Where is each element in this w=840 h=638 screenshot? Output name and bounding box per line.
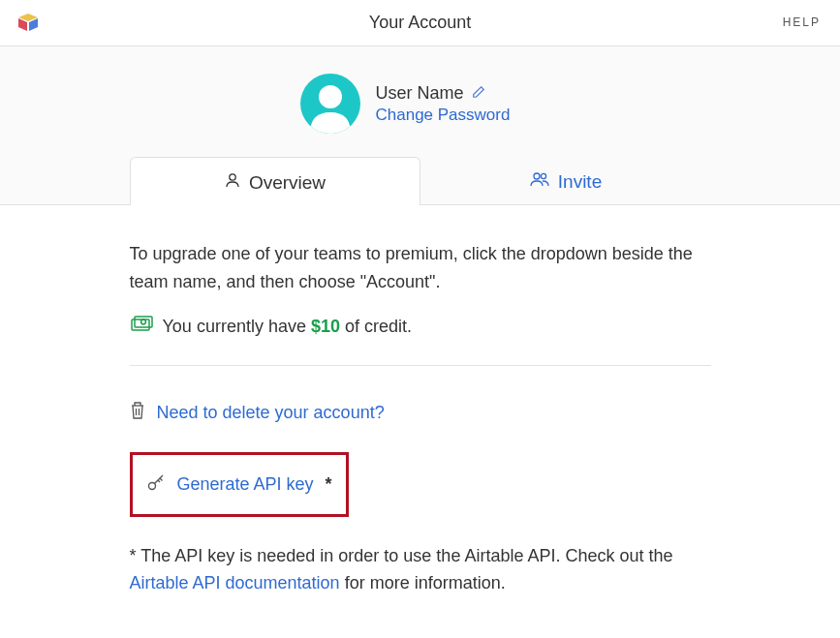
credit-row: You currently have $10 of credit. bbox=[130, 316, 711, 338]
svg-point-10 bbox=[148, 482, 155, 489]
asterisk: * bbox=[326, 474, 332, 495]
api-docs-link[interactable]: Airtable API documentation bbox=[130, 573, 340, 592]
key-icon bbox=[146, 472, 166, 497]
svg-point-3 bbox=[319, 85, 342, 108]
tab-overview[interactable]: Overview bbox=[130, 157, 420, 205]
page-title: Your Account bbox=[0, 13, 840, 33]
tabs: Overview Invite bbox=[0, 157, 840, 204]
api-footnote: * The API key is needed in order to use … bbox=[130, 542, 711, 598]
generate-api-key-link[interactable]: Generate API key bbox=[177, 474, 314, 495]
content: To upgrade one of your teams to premium,… bbox=[126, 240, 715, 597]
svg-point-6 bbox=[541, 173, 545, 178]
upgrade-text: To upgrade one of your teams to premium,… bbox=[130, 240, 711, 296]
change-password-link[interactable]: Change Password bbox=[376, 106, 541, 125]
svg-point-9 bbox=[140, 319, 145, 324]
credit-text: You currently have $10 of credit. bbox=[163, 317, 413, 337]
app-logo[interactable] bbox=[16, 12, 41, 38]
svg-point-4 bbox=[230, 174, 235, 180]
delete-account-link[interactable]: Need to delete your account? bbox=[157, 403, 385, 423]
divider bbox=[130, 365, 711, 366]
credit-amount: $10 bbox=[311, 317, 340, 336]
delete-account-row: Need to delete your account? bbox=[130, 401, 711, 425]
profile-section: User Name Change Password Overview bbox=[0, 46, 840, 205]
trash-icon bbox=[130, 401, 145, 425]
avatar bbox=[300, 74, 360, 134]
header: Your Account HELP bbox=[0, 0, 840, 46]
user-name-row: User Name bbox=[376, 83, 541, 104]
tab-overview-label: Overview bbox=[249, 172, 326, 194]
user-name: User Name bbox=[376, 83, 464, 104]
help-link[interactable]: HELP bbox=[783, 15, 821, 29]
tab-invite[interactable]: Invite bbox=[420, 157, 711, 204]
svg-point-5 bbox=[534, 173, 540, 179]
generate-api-key-box: Generate API key * bbox=[130, 452, 349, 517]
people-icon bbox=[529, 170, 550, 193]
tab-invite-label: Invite bbox=[558, 171, 602, 193]
edit-name-icon[interactable] bbox=[472, 83, 485, 104]
person-icon bbox=[224, 171, 241, 194]
money-icon bbox=[130, 316, 153, 338]
